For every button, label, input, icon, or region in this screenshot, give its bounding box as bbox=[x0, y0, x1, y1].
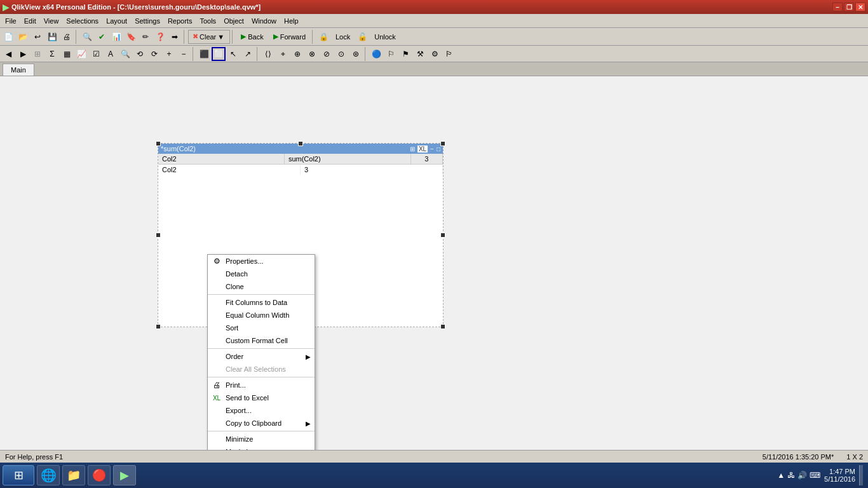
resize-handle-br[interactable] bbox=[440, 324, 445, 329]
save-button[interactable]: 💾 bbox=[45, 30, 59, 44]
tb2-btn21[interactable]: ⊗ bbox=[305, 47, 319, 61]
keyboard-icon[interactable]: ⌨ bbox=[810, 471, 820, 480]
tb2-btn5[interactable]: ▦ bbox=[60, 47, 74, 61]
tb2-btn29[interactable]: ⚙ bbox=[428, 47, 442, 61]
resize-handle-tm[interactable] bbox=[298, 141, 303, 146]
menu-view[interactable]: View bbox=[40, 16, 63, 26]
ctx-clone[interactable]: Clone bbox=[208, 280, 315, 293]
menu-settings[interactable]: Settings bbox=[131, 16, 164, 26]
menu-help[interactable]: Help bbox=[280, 16, 302, 26]
ctx-print[interactable]: 🖨 Print... bbox=[208, 379, 315, 391]
resize-handle-rm[interactable] bbox=[440, 233, 445, 238]
new-button[interactable]: 📄 bbox=[1, 30, 15, 44]
tb2-btn12[interactable]: + bbox=[162, 47, 176, 61]
taskbar-qlikview-icon[interactable]: ▶ bbox=[113, 465, 136, 485]
tb2-btn23[interactable]: ⊙ bbox=[334, 47, 348, 61]
check-button[interactable]: ✔ bbox=[95, 30, 109, 44]
ctx-equal-column[interactable]: Equal Column Width bbox=[208, 309, 315, 322]
start-button[interactable]: ⊞ bbox=[3, 465, 34, 485]
chart-min-icon[interactable]: − bbox=[430, 146, 434, 152]
ctx-export[interactable]: Export... bbox=[208, 404, 315, 417]
tb2-btn28[interactable]: ⚒ bbox=[413, 47, 427, 61]
clear-button[interactable]: ✖ Clear ▼ bbox=[188, 30, 230, 44]
ctx-copy-clipboard[interactable]: Copy to Clipboard ▶ bbox=[208, 417, 315, 430]
tb2-btn15[interactable]: ⬜ bbox=[212, 47, 226, 61]
tb2-btn13[interactable]: − bbox=[177, 47, 191, 61]
tb2-btn3[interactable]: ⊞ bbox=[31, 47, 44, 61]
edit-button[interactable]: ✏ bbox=[139, 30, 153, 44]
tb2-btn27[interactable]: ⚑ bbox=[398, 47, 412, 61]
tb2-btn7[interactable]: ☑ bbox=[89, 47, 103, 61]
chart-max-icon[interactable]: □ bbox=[437, 146, 440, 152]
tb2-btn18[interactable]: ⟨⟩ bbox=[261, 47, 275, 61]
tb2-btn17[interactable]: ↗ bbox=[241, 47, 255, 61]
tray-icon1[interactable]: ▲ bbox=[777, 471, 785, 480]
tb2-btn10[interactable]: ⟲ bbox=[133, 47, 147, 61]
unlock-button[interactable]: Unlock bbox=[370, 30, 400, 44]
network-icon[interactable]: 🖧 bbox=[787, 471, 795, 480]
tb2-btn9[interactable]: 🔍 bbox=[118, 47, 132, 61]
menu-object[interactable]: Object bbox=[220, 16, 248, 26]
open-button[interactable]: 📂 bbox=[16, 30, 30, 44]
ctx-maximize[interactable]: Maximize bbox=[208, 445, 315, 450]
lock-button[interactable]: Lock bbox=[331, 30, 355, 44]
ctx-send-excel[interactable]: XL Send to Excel bbox=[208, 391, 315, 404]
show-desktop-button[interactable] bbox=[859, 465, 863, 485]
menu-selections[interactable]: Selections bbox=[62, 16, 102, 26]
chart-button[interactable]: 📊 bbox=[109, 30, 123, 44]
tb2-btn16[interactable]: ↖ bbox=[226, 47, 240, 61]
menu-tools[interactable]: Tools bbox=[196, 16, 220, 26]
menu-window[interactable]: Window bbox=[248, 16, 280, 26]
resize-handle-lm[interactable] bbox=[156, 233, 161, 238]
tb2-btn14[interactable]: ⬛ bbox=[197, 47, 211, 61]
unlock-icon-btn[interactable]: 🔓 bbox=[355, 30, 369, 44]
taskbar-clock[interactable]: 1:47 PM 5/11/2016 bbox=[824, 468, 855, 483]
taskbar-ie-icon[interactable]: 🌐 bbox=[37, 465, 60, 485]
menu-file[interactable]: File bbox=[1, 16, 20, 26]
volume-icon[interactable]: 🔊 bbox=[797, 471, 807, 480]
tb2-btn6[interactable]: 📈 bbox=[74, 47, 88, 61]
tb2-btn4[interactable]: Σ bbox=[45, 47, 59, 61]
restore-button[interactable]: ❐ bbox=[844, 3, 854, 11]
ctx-fit-columns[interactable]: Fit Columns to Data bbox=[208, 296, 315, 309]
tb2-btn26[interactable]: ⚐ bbox=[384, 47, 398, 61]
tb2-btn30[interactable]: 🏳 bbox=[442, 47, 456, 61]
tb2-btn22[interactable]: ⊘ bbox=[320, 47, 334, 61]
resize-handle-tr[interactable] bbox=[440, 141, 445, 146]
menu-edit[interactable]: Edit bbox=[20, 16, 40, 26]
tb2-btn19[interactable]: ⌖ bbox=[276, 47, 290, 61]
close-button[interactable]: ✕ bbox=[855, 3, 865, 11]
tb2-btn24[interactable]: ⊛ bbox=[349, 47, 363, 61]
taskbar-explorer-icon[interactable]: 📁 bbox=[62, 465, 85, 485]
ctx-detach[interactable]: Detach bbox=[208, 268, 315, 280]
back-button[interactable]: ▶ Back bbox=[236, 30, 268, 44]
chart-xl-icon[interactable]: XL bbox=[417, 146, 428, 152]
forward-button[interactable]: ▶ Forward bbox=[269, 30, 310, 44]
print-button[interactable]: 🖨 bbox=[60, 30, 74, 44]
tab-main[interactable]: Main bbox=[3, 64, 34, 76]
resize-handle-tl[interactable] bbox=[156, 141, 161, 146]
tb2-btn1[interactable]: ◀ bbox=[1, 47, 15, 61]
bookmark-add-button[interactable]: 🔖 bbox=[124, 30, 138, 44]
ctx-minimize[interactable]: Minimize bbox=[208, 433, 315, 445]
menu-layout[interactable]: Layout bbox=[102, 16, 131, 26]
tb2-btn8[interactable]: A bbox=[104, 47, 118, 61]
ctx-sort[interactable]: Sort bbox=[208, 322, 315, 334]
ctx-custom-format[interactable]: Custom Format Cell bbox=[208, 334, 315, 347]
taskbar-chrome-icon[interactable]: 🔴 bbox=[88, 465, 111, 485]
lock-icon-btn[interactable]: 🔒 bbox=[316, 30, 330, 44]
chart-properties-icon[interactable]: ⊞ bbox=[410, 146, 415, 152]
zoom-button[interactable]: 🔍 bbox=[80, 30, 94, 44]
undo-button[interactable]: ↩ bbox=[31, 30, 44, 44]
resize-handle-bl[interactable] bbox=[156, 324, 161, 329]
ctx-order[interactable]: Order ▶ bbox=[208, 350, 315, 363]
tb2-btn25[interactable]: 🔵 bbox=[369, 47, 383, 61]
tb2-btn2[interactable]: ▶ bbox=[16, 47, 30, 61]
ctx-properties[interactable]: ⚙ Properties... bbox=[208, 255, 315, 268]
help-tb-button[interactable]: ❓ bbox=[153, 30, 167, 44]
menu-reports[interactable]: Reports bbox=[164, 16, 196, 26]
forward-tb-button[interactable]: ➡ bbox=[168, 30, 182, 44]
tb2-btn11[interactable]: ⟳ bbox=[147, 47, 161, 61]
minimize-button[interactable]: – bbox=[832, 3, 843, 11]
tb2-btn20[interactable]: ⊕ bbox=[290, 47, 304, 61]
